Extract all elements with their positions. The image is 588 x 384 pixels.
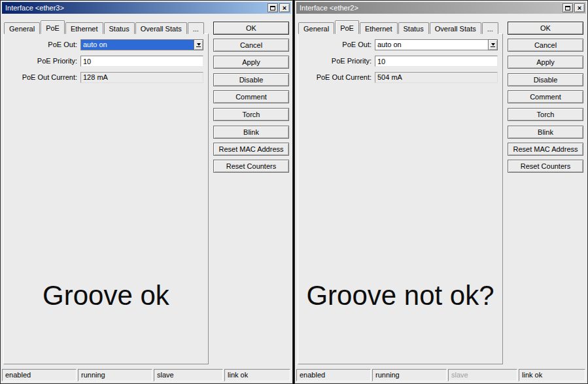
comment-button[interactable]: Comment	[508, 90, 583, 103]
blink-button[interactable]: Blink	[508, 126, 583, 139]
poe-priority-row: PoE Priority:	[301, 56, 498, 67]
status-link: link ok	[519, 369, 585, 381]
status-enabled: enabled	[296, 369, 371, 381]
window-ether3: Interface <ether3> × General PoE Etherne…	[0, 0, 293, 384]
reset-counters-button[interactable]: Reset Counters	[508, 160, 583, 173]
tab-poe[interactable]: PoE	[41, 20, 65, 34]
status-slave: slave	[154, 369, 223, 381]
chevron-down-icon	[491, 43, 495, 46]
status-enabled: enabled	[2, 369, 77, 381]
tab-ethernet[interactable]: Ethernet	[65, 22, 103, 34]
tab-status[interactable]: Status	[398, 22, 429, 34]
poe-out-current-value: 128 mA	[80, 72, 203, 83]
poe-tab-page: PoE Out: auto on PoE Priority: PoE Out C…	[3, 33, 209, 364]
tab-overall-stats[interactable]: Overall Stats	[135, 22, 187, 34]
titlebar[interactable]: Interface <ether3> ×	[2, 2, 291, 14]
poe-priority-input[interactable]	[80, 56, 203, 67]
poe-priority-row: PoE Priority:	[7, 56, 203, 67]
disable-button[interactable]: Disable	[508, 73, 583, 86]
dropdown-arrow-button[interactable]	[194, 39, 203, 50]
window-ether2: Interface <ether2> × General PoE Etherne…	[294, 0, 588, 384]
disable-button[interactable]: Disable	[213, 73, 289, 86]
maximize-icon	[565, 6, 570, 10]
blink-button[interactable]: Blink	[213, 126, 289, 139]
cancel-button[interactable]: Cancel	[213, 39, 289, 52]
window-title: Interface <ether3>	[5, 4, 266, 12]
tab-general[interactable]: General	[298, 22, 334, 34]
poe-priority-input[interactable]	[375, 56, 498, 67]
chevron-bar-icon	[196, 46, 201, 47]
poe-out-current-label: PoE Out Current:	[301, 72, 375, 83]
poe-out-dropdown[interactable]: auto on	[80, 39, 203, 50]
poe-out-row: PoE Out: auto on	[301, 39, 498, 50]
poe-out-current-row: PoE Out Current: 504 mA	[301, 72, 498, 83]
poe-out-label: PoE Out:	[301, 39, 375, 50]
status-bar: enabled running slave link ok	[2, 369, 290, 381]
poe-out-value: auto on	[80, 39, 194, 50]
torch-button[interactable]: Torch	[213, 108, 289, 121]
reset-mac-address-button[interactable]: Reset MAC Address	[213, 143, 289, 156]
tab-bar: General PoE Ethernet Status Overall Stat…	[4, 20, 204, 34]
poe-priority-label: PoE Priority:	[7, 56, 80, 67]
chevron-bar-icon	[491, 46, 495, 47]
poe-out-current-label: PoE Out Current:	[7, 72, 80, 83]
poe-priority-label: PoE Priority:	[301, 56, 375, 67]
maximize-icon	[270, 6, 275, 10]
status-running: running	[372, 369, 447, 381]
dropdown-arrow-button[interactable]	[488, 39, 498, 50]
apply-button[interactable]: Apply	[213, 56, 289, 69]
screen: Interface <ether3> × General PoE Etherne…	[0, 0, 588, 384]
close-button[interactable]: ×	[279, 3, 290, 12]
tab-overflow[interactable]: ...	[482, 22, 498, 34]
window-title: Interface <ether2>	[300, 4, 561, 12]
poe-out-row: PoE Out: auto on	[7, 39, 203, 50]
poe-out-dropdown[interactable]: auto on	[375, 39, 498, 50]
close-icon: ×	[283, 5, 286, 11]
tab-ethernet[interactable]: Ethernet	[360, 22, 398, 34]
status-link: link ok	[224, 369, 290, 381]
status-bar: enabled running slave link ok	[296, 369, 585, 381]
tab-poe[interactable]: PoE	[335, 20, 359, 34]
chevron-down-icon	[197, 43, 201, 46]
reset-counters-button[interactable]: Reset Counters	[213, 160, 289, 173]
titlebar[interactable]: Interface <ether2> ×	[296, 2, 586, 14]
close-button[interactable]: ×	[574, 3, 585, 12]
status-running: running	[78, 369, 152, 381]
comment-button[interactable]: Comment	[213, 90, 289, 103]
tab-status[interactable]: Status	[104, 22, 135, 34]
poe-out-label: PoE Out:	[7, 39, 80, 50]
tab-overall-stats[interactable]: Overall Stats	[430, 22, 481, 34]
reset-mac-address-button[interactable]: Reset MAC Address	[508, 143, 583, 156]
poe-tab-page: PoE Out: auto on PoE Priority: PoE Out C…	[298, 33, 503, 364]
annotation-text: Groove not ok?	[296, 280, 505, 311]
tab-general[interactable]: General	[4, 22, 40, 34]
poe-out-value: auto on	[375, 39, 488, 50]
maximize-button[interactable]	[562, 3, 573, 12]
apply-button[interactable]: Apply	[508, 56, 583, 69]
close-icon: ×	[578, 5, 581, 11]
annotation-text: Groove ok	[1, 280, 211, 311]
button-column: OK Cancel Apply Disable Comment Torch Bl…	[213, 22, 289, 177]
torch-button[interactable]: Torch	[508, 108, 583, 121]
poe-out-current-value: 504 mA	[375, 72, 498, 83]
ok-button[interactable]: OK	[508, 22, 583, 35]
status-slave: slave	[448, 369, 517, 381]
tab-bar: General PoE Ethernet Status Overall Stat…	[298, 20, 498, 34]
cancel-button[interactable]: Cancel	[508, 39, 583, 52]
ok-button[interactable]: OK	[213, 22, 289, 35]
button-column: OK Cancel Apply Disable Comment Torch Bl…	[508, 22, 583, 177]
tab-overflow[interactable]: ...	[188, 22, 204, 34]
maximize-button[interactable]	[268, 3, 278, 12]
poe-out-current-row: PoE Out Current: 128 mA	[7, 72, 203, 83]
